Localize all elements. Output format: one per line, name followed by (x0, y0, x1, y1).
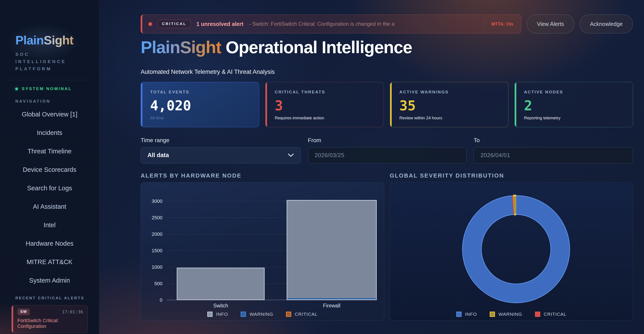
donut-segment-info[interactable] (472, 205, 560, 293)
alert-timestamp: 17:01:36 (62, 309, 83, 314)
stat-subtext: Reporting telemetry (524, 116, 624, 120)
legend-swatch-icon (241, 312, 246, 317)
sidebar-item-ai-assistant[interactable]: AI Assistant (8, 203, 92, 210)
nav-list: Global Overview [1] Incidents Threat Tim… (8, 111, 92, 284)
donut-inner-outline (481, 214, 551, 284)
time-range-label: Time range (141, 137, 301, 144)
stat-value: 35 (399, 98, 499, 114)
banner-description: - Switch: FortiSwitch Critical: Configur… (249, 21, 394, 27)
sidebar-item-threat-timeline[interactable]: Threat Timeline (8, 148, 92, 155)
recent-alert-card[interactable]: SW 17:01:36 FortiSwitch Critical: Config… (12, 305, 88, 333)
main-content: CRITICAL 1 unresolved alert - Switch: Fo… (99, 0, 644, 334)
legend-item-warning[interactable]: WARNING (490, 312, 522, 317)
logo-tagline: SOC INTELLIGENCE PLATFORM (16, 51, 79, 72)
bar-switch[interactable] (177, 268, 265, 300)
y-tick-label: 2500 (152, 215, 162, 220)
bar-firewall[interactable] (286, 200, 377, 300)
legend-item-info[interactable]: INFO (207, 312, 228, 317)
time-range-value: All data (148, 152, 169, 159)
donut-chart[interactable] (459, 192, 573, 306)
chart-section-titles: ALERTS BY HARDWARE NODE GLOBAL SEVERITY … (141, 172, 633, 179)
y-tick-label: 500 (154, 281, 162, 286)
chevron-down-icon (288, 154, 294, 157)
y-tick-label: 3000 (152, 198, 162, 204)
sidebar-item-mitre-attack[interactable]: MITRE ATT&CK (8, 258, 92, 266)
sidebar: PlainSight SOC INTELLIGENCE PLATFORM SYS… (0, 0, 99, 334)
logo-brand-secondary: Sight (44, 33, 74, 47)
legend-swatch-icon (490, 312, 495, 317)
logo-brand-primary: Plain (16, 33, 44, 47)
stat-subtext: Requires immediate action (275, 116, 375, 120)
bar-segment-warning (287, 298, 376, 299)
y-tick-label: 1500 (152, 248, 162, 254)
from-date-input[interactable]: 2026/03/25 (308, 147, 467, 164)
bar-chart-title: ALERTS BY HARDWARE NODE (141, 172, 384, 179)
stat-card-active-nodes: ACTIVE NODES 2 Reporting telemetry (514, 82, 633, 127)
alert-title: FortiSwitch Critical: Configuration (17, 318, 83, 329)
status-label: SYSTEM NOMINAL (22, 86, 72, 91)
legend-swatch-icon (456, 312, 462, 317)
page-title-brand: PlainSight (141, 38, 221, 57)
legend-swatch-icon (535, 312, 540, 317)
view-alerts-button[interactable]: View Alerts (527, 14, 574, 34)
bar-chart-legend: INFOWARNINGCRITICAL (150, 310, 375, 318)
acknowledge-button[interactable]: Acknowledge (580, 14, 633, 34)
filters-row: Time range All data From 2026/03/25 To 2… (141, 137, 633, 164)
legend-label: CRITICAL (544, 312, 567, 317)
time-range-select[interactable]: All data (141, 147, 301, 164)
stat-card-critical-threats: CRITICAL THREATS 3 Requires immediate ac… (265, 82, 384, 127)
to-date-input[interactable]: 2026/04/01 (474, 147, 633, 164)
recent-alerts-title: RECENT CRITICAL ALERTS (16, 296, 92, 300)
stat-label: CRITICAL THREATS (275, 90, 375, 94)
sidebar-item-device-scorecards[interactable]: Device Scorecards (8, 166, 92, 173)
stat-label: TOTAL EVENTS (150, 90, 250, 94)
legend-item-critical[interactable]: CRITICAL (286, 312, 318, 317)
y-tick-label: 2000 (152, 232, 162, 237)
page-title: PlainSight Operational Intelligence (141, 38, 633, 57)
x-axis-label: Firewall (323, 303, 340, 309)
time-range-group: Time range All data (141, 137, 301, 164)
legend-item-critical[interactable]: CRITICAL (535, 312, 567, 317)
bar-chart-plot-area (167, 191, 375, 300)
severity-badge: CRITICAL (158, 20, 190, 28)
alert-card-header: SW 17:01:36 (17, 308, 83, 315)
banner-headline: 1 unresolved alert (196, 21, 243, 27)
page-title-rest: Operational Intelligence (221, 38, 412, 57)
legend-swatch-icon (207, 312, 212, 317)
legend-item-warning[interactable]: WARNING (241, 312, 273, 317)
system-status: SYSTEM NOMINAL (16, 86, 92, 91)
legend-label: CRITICAL (295, 312, 318, 317)
donut-chart-legend: INFOWARNINGCRITICAL (399, 310, 624, 318)
nav-section-title: NAVIGATION (16, 99, 92, 104)
app-root: PlainSight SOC INTELLIGENCE PLATFORM SYS… (0, 0, 644, 334)
stat-label: ACTIVE WARNINGS (399, 90, 499, 94)
bar-chart-y-axis: 050010001500200025003000 (146, 191, 162, 300)
app-logo: PlainSight (16, 33, 92, 47)
legend-item-info[interactable]: INFO (456, 312, 477, 317)
charts-row: 050010001500200025003000 SwitchFirewall … (141, 182, 633, 320)
donut-chart-card: INFOWARNINGCRITICAL (390, 182, 633, 320)
stat-card-active-warnings: ACTIVE WARNINGS 35 Review within 24 hour… (390, 82, 508, 127)
x-axis-label: Switch (213, 303, 228, 309)
sidebar-item-incidents[interactable]: Incidents (8, 129, 92, 136)
stat-label: ACTIVE NODES (524, 90, 624, 94)
to-label: To (474, 137, 633, 144)
legend-label: INFO (465, 312, 477, 317)
page-subtitle: Automated Network Telemetry & AI Threat … (141, 68, 633, 75)
from-group: From 2026/03/25 (308, 137, 467, 164)
stat-value: 3 (275, 98, 375, 114)
sidebar-divider (8, 80, 92, 80)
legend-label: WARNING (250, 312, 273, 317)
sidebar-item-global-overview[interactable]: Global Overview [1] (8, 111, 92, 118)
bar-chart-x-axis: SwitchFirewall (167, 303, 375, 310)
critical-alert-banner: CRITICAL 1 unresolved alert - Switch: Fo… (141, 14, 521, 34)
sidebar-item-search-for-logs[interactable]: Search for Logs (8, 184, 92, 192)
stat-value: 2 (524, 98, 624, 114)
alert-dot-icon (148, 22, 152, 26)
sidebar-item-system-admin[interactable]: System Admin (8, 277, 92, 284)
sidebar-item-hardware-nodes[interactable]: Hardware Nodes (8, 240, 92, 247)
sidebar-item-intel[interactable]: Intel (8, 222, 92, 229)
to-group: To 2026/04/01 (474, 137, 633, 164)
from-label: From (308, 137, 467, 144)
stat-subtext: Review within 24 hours (399, 116, 499, 120)
